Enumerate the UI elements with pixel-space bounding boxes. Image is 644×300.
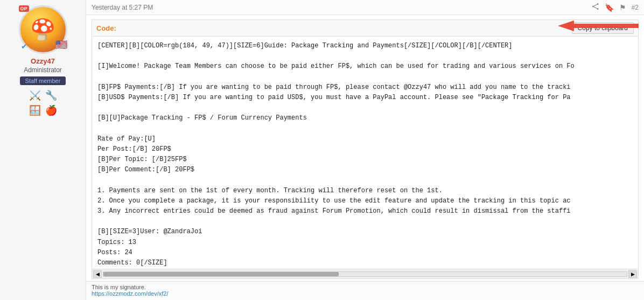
code-header: Code: Copy to clipboard (92, 20, 638, 37)
svg-line-4 (594, 7, 597, 9)
svg-point-1 (592, 6, 594, 8)
verified-icon: ✔ (21, 42, 27, 51)
bookmark-icon[interactable]: 🔖 (605, 3, 614, 12)
code-content-wrap: [CENTER][B][COLOR=rgb(184, 49, 47)][SIZE… (92, 37, 638, 269)
post-content: Yesterday at 5:27 PM 🔖 ⚑ #2 Code: Copy t… (86, 0, 644, 300)
scroll-track[interactable] (103, 271, 627, 277)
horizontal-scrollbar[interactable]: ◀ ▶ (92, 269, 638, 278)
flag-post-icon[interactable]: ⚑ (619, 3, 626, 12)
code-content[interactable]: [CENTER][B][COLOR=rgb(184, 49, 47)][SIZE… (92, 37, 638, 269)
svg-line-3 (594, 4, 597, 6)
flag-icon: 🇺🇸 (55, 39, 67, 51)
code-label: Code: (96, 24, 116, 32)
user-tag: Staff member (20, 76, 66, 85)
scroll-left-button[interactable]: ◀ (93, 270, 102, 278)
copy-to-clipboard-button[interactable]: Copy to clipboard (572, 22, 634, 34)
username: Ozzy47 (31, 57, 55, 65)
scroll-thumb (103, 272, 339, 276)
wrench-icon: 🔧 (45, 89, 57, 101)
svg-point-2 (597, 8, 598, 10)
signature-link[interactable]: https://ozzmodz.com/dev/xf2/ (92, 290, 168, 297)
content-outer: Yesterday at 5:27 PM 🔖 ⚑ #2 Code: Copy t… (86, 0, 644, 300)
post-header: Yesterday at 5:27 PM 🔖 ⚑ #2 (86, 0, 644, 15)
op-badge: OP (19, 5, 29, 12)
avatar-wrap: 🍄 OP 🇺🇸 ✔ (19, 5, 67, 54)
user-icons: ⚔️ 🔧 🪟 🍎 (29, 89, 57, 116)
post-timestamp: Yesterday at 5:27 PM (92, 4, 153, 11)
post-actions: 🔖 ⚑ #2 (592, 3, 639, 12)
signature-area: This is my signature. https://ozzmodz.co… (86, 281, 644, 300)
user-role: Administrator (24, 66, 62, 74)
avatar-icon: 🍄 (30, 18, 55, 41)
signature-label: This is my signature. (92, 284, 639, 290)
icon-row-os: 🪟 🍎 (29, 104, 57, 116)
svg-point-0 (597, 3, 598, 5)
tools-icon: ⚔️ (29, 89, 41, 101)
code-block: Code: Copy to clipboard [CENTER][B][COLO… (92, 19, 639, 279)
post-number: #2 (632, 4, 639, 11)
icon-row-tools: ⚔️ 🔧 (29, 89, 57, 101)
scroll-right-button[interactable]: ▶ (628, 270, 637, 278)
windows-icon: 🪟 (29, 104, 41, 116)
apple-icon: 🍎 (45, 104, 57, 116)
share-icon[interactable] (592, 3, 599, 12)
user-sidebar: 🍄 OP 🇺🇸 ✔ Ozzy47 Administrator Staff mem… (0, 0, 86, 300)
